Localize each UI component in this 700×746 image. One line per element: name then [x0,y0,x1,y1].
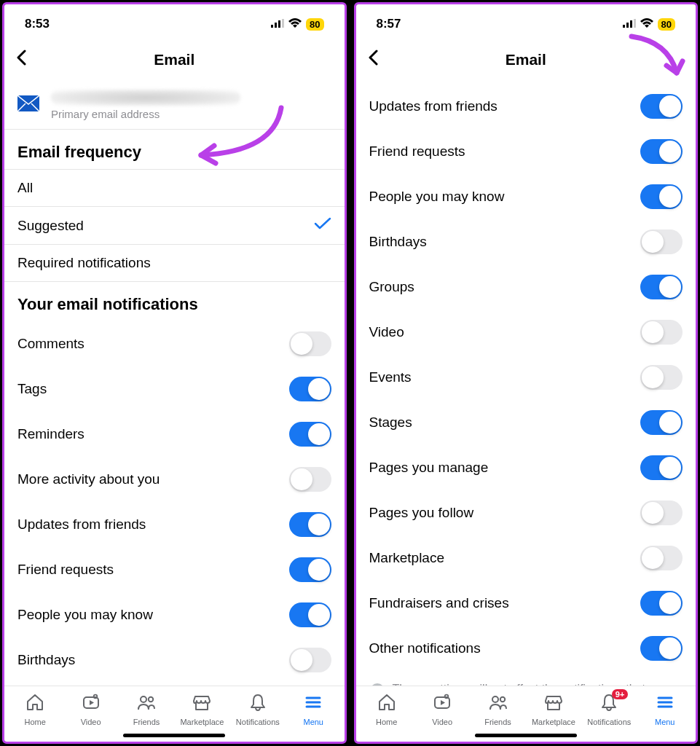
toggle-label: Stages [369,415,412,431]
mail-icon [17,95,39,114]
email-frequency-title: Email frequency [4,130,345,169]
tab-label: Home [25,718,46,726]
toggle-switch[interactable] [289,512,331,537]
toggle-label: Updates from friends [17,517,146,533]
cellular-signal-icon [271,17,284,31]
your-email-notifications-title: Your email notifications [4,282,345,321]
toggle-switch[interactable] [640,320,683,345]
tab-bar: HomeVideoFriendsMarketplaceNotifications… [356,686,696,729]
toggle-switch[interactable] [640,591,683,616]
svg-rect-13 [626,23,629,28]
svg-point-22 [500,697,504,702]
notifications-tab[interactable]: Notifications [232,692,284,726]
frequency-option[interactable]: Suggested [4,207,345,245]
back-button[interactable] [368,48,390,71]
svg-point-16 [370,683,385,686]
tab-bar: HomeVideoFriendsMarketplaceNotifications… [4,686,345,729]
notification-toggle-row: Groups [356,264,696,310]
marketplace-tab[interactable]: Marketplace [527,692,580,726]
frequency-option[interactable]: All [4,169,345,207]
toggle-switch[interactable] [640,139,683,164]
toggle-switch[interactable] [640,636,683,661]
svg-point-21 [492,696,498,702]
home-tab[interactable]: Home [361,692,413,726]
toggle-switch[interactable] [640,546,683,570]
tab-label: Friends [133,718,160,726]
notification-toggle-row: Stages [356,400,696,445]
menu-icon [303,692,323,715]
home-icon [377,692,397,715]
notification-toggle-row: Fundraisers and crises [356,581,696,626]
primary-email-row[interactable]: Primary email address [4,84,345,130]
notification-toggle-row: Marketplace [356,535,696,581]
tab-label: Menu [655,718,675,726]
toggle-label: Groups [369,279,414,295]
toggle-switch[interactable] [640,365,683,390]
notification-badge: 9+ [612,689,629,699]
toggle-switch[interactable] [640,94,683,119]
friends-tab[interactable]: Friends [472,692,524,726]
video-icon [81,692,101,715]
frequency-option-label: All [17,180,33,196]
toggle-switch[interactable] [289,467,331,492]
toggle-label: Tags [17,381,47,397]
svg-rect-1 [275,23,277,28]
notifications-icon [248,692,268,715]
toggle-switch[interactable] [289,557,331,582]
toggle-switch[interactable] [289,602,331,627]
toggle-switch[interactable] [640,184,683,209]
cellular-signal-icon [623,17,636,31]
notification-toggle-row: Friend requests [4,547,345,592]
status-bar: 8:57 80 [356,4,696,39]
tab-label: Notifications [587,718,631,726]
marketplace-icon [192,692,212,715]
marketplace-icon [543,692,564,715]
toggle-switch[interactable] [289,422,331,447]
friends-tab[interactable]: Friends [120,692,173,726]
toggle-label: Other notifications [369,640,481,656]
home-tab[interactable]: Home [9,692,61,726]
tab-label: Menu [303,718,323,726]
toggle-label: Comments [17,336,84,352]
status-time: 8:57 [377,17,401,31]
menu-tab[interactable]: Menu [639,692,691,726]
menu-tab[interactable]: Menu [287,692,339,726]
toggle-label: Reminders [17,426,84,442]
video-tab[interactable]: Video [65,692,117,726]
toggle-switch[interactable] [640,410,683,435]
footer-note-text: These settings will not affect the notif… [393,683,645,686]
notification-toggle-row: Reminders [4,412,345,457]
notification-toggle-row: Birthdays [4,637,345,683]
video-tab[interactable]: Video [416,692,468,726]
email-subtitle: Primary email address [51,108,331,120]
toggle-label: People you may know [369,189,505,205]
tab-label: Home [376,718,397,726]
frequency-option[interactable]: Required notifications [4,245,345,282]
svg-rect-15 [634,19,636,28]
svg-point-7 [141,696,146,702]
toggle-switch[interactable] [289,648,331,672]
info-icon [369,683,385,686]
status-time: 8:53 [25,17,50,31]
toggle-switch[interactable] [640,500,683,525]
back-button[interactable] [16,48,38,71]
toggle-switch[interactable] [289,377,331,401]
notification-toggle-row: Video [356,310,696,355]
notification-toggle-row: Updates from friends [356,84,696,129]
frequency-option-label: Required notifications [17,255,151,271]
svg-point-8 [149,697,153,702]
content-area: Primary email address Email frequency Al… [4,84,345,686]
toggle-label: Birthdays [369,234,427,250]
page-title: Email [154,51,194,68]
tab-label: Marketplace [532,718,575,726]
toggle-switch[interactable] [640,275,683,299]
toggle-switch[interactable] [640,229,683,254]
toggle-label: Updates from friends [369,98,498,114]
battery-badge: 80 [306,18,323,31]
notifications-tab[interactable]: Notifications9+ [583,692,635,726]
toggle-switch[interactable] [289,331,331,356]
svg-rect-2 [278,20,280,28]
wifi-icon [640,17,653,31]
marketplace-tab[interactable]: Marketplace [176,692,228,726]
toggle-switch[interactable] [640,455,683,480]
